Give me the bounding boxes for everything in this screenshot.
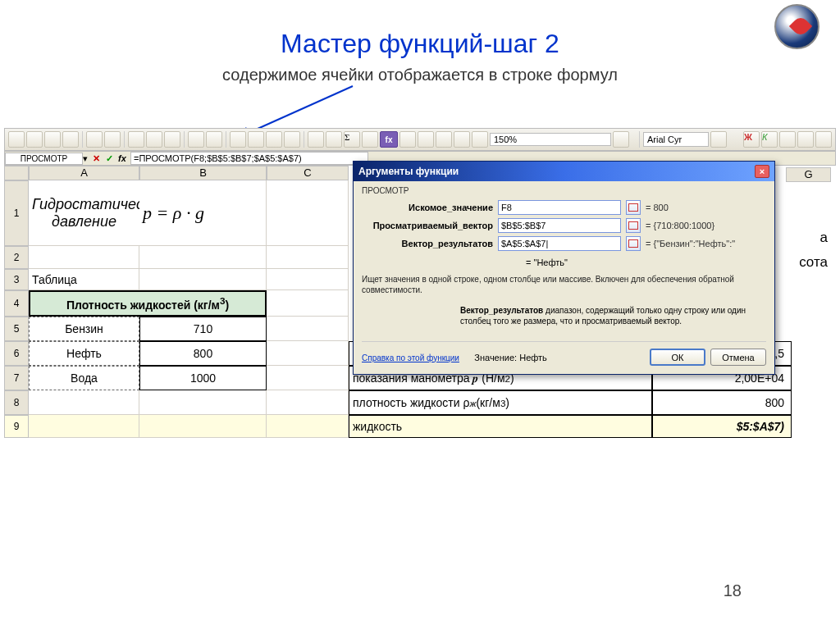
formula-image: p = ρ · g bbox=[143, 203, 204, 224]
toolbar-button[interactable] bbox=[454, 131, 470, 148]
cell[interactable] bbox=[267, 415, 349, 438]
toolbar-button[interactable] bbox=[710, 131, 727, 148]
fx-button[interactable]: fx bbox=[380, 131, 398, 148]
cell[interactable]: Гидростатическое давление bbox=[29, 180, 139, 246]
function-arguments-dialog: Аргументы функции × ПРОСМОТР Искомое_зна… bbox=[353, 161, 775, 375]
ok-button[interactable]: ОК bbox=[650, 349, 705, 366]
select-all-cell[interactable] bbox=[4, 166, 29, 180]
cell[interactable] bbox=[267, 180, 349, 246]
cell[interactable]: Плотность жидкостей (кг/м3) bbox=[29, 290, 267, 317]
cell[interactable] bbox=[267, 317, 349, 341]
col-header-c[interactable]: C bbox=[267, 166, 349, 180]
font-select[interactable] bbox=[643, 132, 709, 147]
enter-icon[interactable]: ✓ bbox=[103, 153, 116, 164]
cell[interactable] bbox=[267, 290, 349, 317]
cell[interactable] bbox=[139, 269, 267, 290]
arg-description: Вектор_результатов диапазон, содержащий … bbox=[362, 305, 766, 326]
col-header-b[interactable]: B bbox=[139, 166, 267, 180]
slide-title: Мастер функций-шаг 2 bbox=[0, 29, 840, 59]
cancel-icon[interactable]: ✕ bbox=[89, 153, 103, 164]
cell[interactable]: Бензин bbox=[29, 317, 139, 341]
help-link[interactable]: Справка по этой функции bbox=[362, 353, 459, 362]
cell[interactable]: 710 bbox=[139, 317, 267, 341]
toolbar-button[interactable] bbox=[248, 131, 264, 148]
row-header[interactable]: 1 bbox=[4, 180, 29, 246]
formula-input[interactable]: =ПРОСМОТР(F8;$B$5:$B$7;$A$5:$A$7) bbox=[130, 152, 368, 165]
toolbar-button[interactable] bbox=[26, 131, 43, 148]
arg-input[interactable] bbox=[498, 200, 621, 215]
cell[interactable]: плотность жидкости ρж (кг/м3) bbox=[349, 390, 652, 415]
row-header[interactable]: 2 bbox=[4, 246, 29, 269]
toolbar-button[interactable] bbox=[86, 131, 103, 148]
arg-input[interactable] bbox=[498, 218, 621, 233]
cell[interactable] bbox=[139, 246, 267, 269]
cell[interactable] bbox=[267, 390, 349, 415]
row-header[interactable]: 9 bbox=[4, 415, 29, 438]
cell[interactable]: 800 bbox=[652, 390, 792, 415]
toolbar-button[interactable] bbox=[146, 131, 162, 148]
toolbar-button[interactable] bbox=[399, 131, 416, 148]
range-picker-icon[interactable] bbox=[626, 200, 641, 215]
cell[interactable] bbox=[139, 390, 267, 415]
toolbar-button[interactable] bbox=[779, 131, 796, 148]
row-header[interactable]: 3 bbox=[4, 269, 29, 290]
fx-icon[interactable]: fx bbox=[116, 153, 129, 163]
cell[interactable] bbox=[139, 415, 267, 438]
result-preview: = "Нефть" bbox=[526, 258, 766, 267]
cell[interactable]: Вода bbox=[29, 366, 139, 390]
toolbar-button[interactable] bbox=[418, 131, 434, 148]
bold-button[interactable]: Ж bbox=[743, 131, 760, 148]
col-header-g[interactable]: G bbox=[786, 167, 831, 182]
toolbar-button[interactable] bbox=[326, 131, 342, 148]
cell[interactable] bbox=[267, 269, 349, 290]
help-icon[interactable] bbox=[613, 131, 629, 148]
cell[interactable] bbox=[267, 246, 349, 269]
toolbar-button[interactable] bbox=[436, 131, 452, 148]
col-header-a[interactable]: A bbox=[29, 166, 139, 180]
cancel-button[interactable]: Отмена bbox=[710, 349, 766, 366]
range-picker-icon[interactable] bbox=[626, 236, 641, 251]
cell[interactable]: 1000 bbox=[139, 366, 267, 390]
toolbar-button[interactable] bbox=[230, 131, 246, 148]
row-header[interactable]: 4 bbox=[4, 290, 29, 317]
toolbar-button[interactable] bbox=[284, 131, 300, 148]
toolbar-button[interactable] bbox=[128, 131, 144, 148]
cell[interactable]: Таблица bbox=[29, 269, 139, 290]
zoom-input[interactable] bbox=[490, 133, 611, 146]
sum-icon[interactable]: Σ bbox=[344, 131, 360, 148]
row-header[interactable]: 8 bbox=[4, 390, 29, 415]
name-box[interactable]: ПРОСМОТР bbox=[5, 153, 83, 165]
toolbar-button[interactable] bbox=[815, 131, 832, 148]
cell[interactable] bbox=[29, 415, 139, 438]
toolbar-button[interactable] bbox=[362, 131, 378, 148]
cell[interactable]: 800 bbox=[139, 341, 267, 366]
cell[interactable]: жидкость bbox=[349, 415, 652, 438]
active-cell[interactable]: $5:$A$7) bbox=[652, 415, 792, 438]
cell[interactable] bbox=[29, 246, 139, 269]
row-header[interactable]: 5 bbox=[4, 317, 29, 341]
arg-input[interactable] bbox=[498, 236, 621, 251]
toolbar-button[interactable] bbox=[164, 131, 180, 148]
cell[interactable]: Нефть bbox=[29, 341, 139, 366]
toolbar-button[interactable] bbox=[797, 131, 814, 148]
row-header[interactable]: 7 bbox=[4, 366, 29, 390]
toolbar-button[interactable] bbox=[62, 131, 79, 148]
toolbar-button[interactable] bbox=[8, 131, 25, 148]
toolbar-button[interactable] bbox=[308, 131, 324, 148]
toolbar-button[interactable] bbox=[206, 131, 222, 148]
toolbar-button[interactable] bbox=[44, 131, 61, 148]
toolbar-button[interactable] bbox=[266, 131, 282, 148]
row-header[interactable]: 6 bbox=[4, 341, 29, 366]
cell[interactable]: p = ρ · g bbox=[139, 180, 267, 246]
close-icon[interactable]: × bbox=[755, 165, 769, 178]
toolbar-button[interactable] bbox=[472, 131, 488, 148]
range-picker-icon[interactable] bbox=[626, 218, 641, 233]
arg-label: Вектор_результатов bbox=[362, 239, 493, 248]
dialog-titlebar[interactable]: Аргументы функции × bbox=[354, 162, 774, 181]
cell[interactable] bbox=[267, 341, 349, 366]
toolbar-button[interactable] bbox=[188, 131, 204, 148]
toolbar-button[interactable] bbox=[104, 131, 121, 148]
cell[interactable] bbox=[267, 366, 349, 390]
italic-button[interactable]: К bbox=[761, 131, 778, 148]
cell[interactable] bbox=[29, 390, 139, 415]
